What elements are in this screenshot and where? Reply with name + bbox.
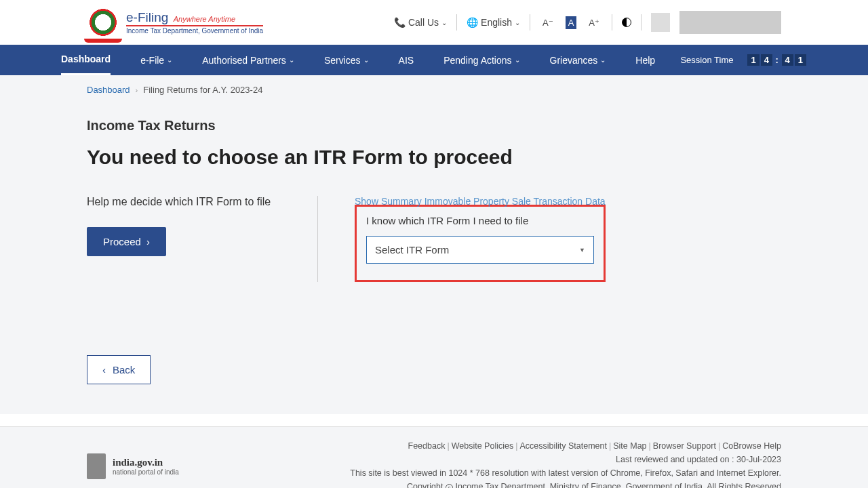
chevron-down-icon: ⌄ xyxy=(289,56,294,64)
chevron-down-icon: ⌄ xyxy=(515,56,520,64)
footer-link-website-policies[interactable]: Website Policies xyxy=(452,441,513,451)
india-emblem-icon xyxy=(87,453,106,479)
proceed-label: Proceed xyxy=(103,236,141,247)
caret-down-icon: ▼ xyxy=(579,247,585,253)
known-itr-label: I know which ITR Form I need to file xyxy=(366,215,594,226)
divider xyxy=(456,14,457,30)
user-menu[interactable] xyxy=(679,11,781,34)
brand-title: e-Filing xyxy=(126,10,168,24)
india-title: india.gov.in xyxy=(113,457,179,468)
content-area: Dashboard › Filing Returns for A.Y. 2023… xyxy=(0,75,868,414)
globe-icon: 🌐 xyxy=(467,17,478,28)
copyright-label: Copyright xyxy=(407,482,443,488)
chevron-down-icon: ⌄ xyxy=(363,56,369,64)
breadcrumb-home[interactable]: Dashboard xyxy=(87,85,130,95)
nav-help[interactable]: Help xyxy=(635,45,655,75)
brand-sub: Income Tax Department, Government of Ind… xyxy=(126,25,263,35)
nav-e-file[interactable]: e-File⌄ xyxy=(140,45,172,75)
select-placeholder: Select ITR Form xyxy=(375,244,449,256)
font-decrease-button[interactable]: A⁻ xyxy=(540,16,556,29)
footer-link-accessibility-statement[interactable]: Accessibility Statement xyxy=(519,441,607,451)
copyright-body: Income Tax Department, Ministry of Finan… xyxy=(455,482,781,488)
footer: india.gov.in national portal of india Fe… xyxy=(0,426,868,488)
main-nav: Dashboarde-File⌄Authorised Partners⌄Serv… xyxy=(0,45,868,75)
brand-tagline: Anywhere Anytime xyxy=(174,15,235,23)
divider xyxy=(530,14,530,30)
divider xyxy=(641,14,642,30)
india-sub: national portal of india xyxy=(113,468,179,476)
call-us-label: Call Us xyxy=(408,17,439,28)
nav-ais[interactable]: AIS xyxy=(399,45,414,75)
session-timer: 14 : 41 xyxy=(747,55,807,65)
user-avatar[interactable] xyxy=(651,13,670,32)
show-summary-link[interactable]: Show Summary Immovable Property Sale Tra… xyxy=(355,196,781,207)
footer-link-feedback[interactable]: Feedback xyxy=(408,441,446,451)
font-increase-button[interactable]: A⁺ xyxy=(586,16,602,29)
language-selector[interactable]: 🌐 English ⌄ xyxy=(467,17,520,28)
breadcrumb-current: Filing Returns for A.Y. 2023-24 xyxy=(143,85,262,95)
phone-icon: 📞 xyxy=(394,17,406,28)
chevron-left-icon: ‹ xyxy=(102,364,106,375)
help-me-decide-text: Help me decide which ITR Form to file xyxy=(87,196,304,208)
breadcrumb: Dashboard › Filing Returns for A.Y. 2023… xyxy=(87,85,781,95)
footer-india-link[interactable]: india.gov.in national portal of india xyxy=(87,439,179,488)
select-itr-form-dropdown[interactable]: Select ITR Form ▼ xyxy=(366,236,594,264)
contrast-toggle[interactable] xyxy=(622,18,631,27)
proceed-button[interactable]: Proceed › xyxy=(87,227,166,256)
nav-dashboard[interactable]: Dashboard xyxy=(61,45,111,75)
nav-services[interactable]: Services⌄ xyxy=(324,45,369,75)
page-title: You need to choose an ITR Form to procee… xyxy=(87,146,781,169)
footer-link-site-map[interactable]: Site Map xyxy=(613,441,646,451)
updated-date: 30-Jul-2023 xyxy=(736,455,781,464)
chevron-right-icon: › xyxy=(146,236,150,247)
copyright-icon: c xyxy=(446,484,453,488)
nav-pending-actions[interactable]: Pending Actions⌄ xyxy=(443,45,519,75)
brand-logo[interactable]: e-Filing Anywhere Anytime Income Tax Dep… xyxy=(87,6,263,39)
page-subtitle: Income Tax Returns xyxy=(87,118,781,134)
language-label: English xyxy=(481,17,512,28)
chevron-down-icon: ⌄ xyxy=(600,56,606,64)
emblem-icon xyxy=(87,6,119,39)
back-button[interactable]: ‹ Back xyxy=(87,355,151,384)
nav-authorised-partners[interactable]: Authorised Partners⌄ xyxy=(202,45,294,75)
updated-label: Last reviewed and updated on : xyxy=(616,455,734,464)
top-header: e-Filing Anywhere Anytime Income Tax Dep… xyxy=(0,0,868,45)
back-label: Back xyxy=(113,364,135,375)
chevron-right-icon: › xyxy=(136,86,138,94)
footer-links: Feedback|Website Policies|Accessibility … xyxy=(350,439,781,453)
best-viewed-text: This site is best viewed in 1024 * 768 r… xyxy=(350,466,781,480)
known-itr-card: I know which ITR Form I need to file Sel… xyxy=(355,205,606,282)
font-normal-button[interactable]: A xyxy=(566,16,577,29)
chevron-down-icon: ⌄ xyxy=(441,19,447,26)
footer-link-browser-support[interactable]: Browser Support xyxy=(653,441,716,451)
footer-link-cobrowse-help[interactable]: CoBrowse Help xyxy=(722,441,781,451)
divider xyxy=(612,14,612,30)
chevron-down-icon: ⌄ xyxy=(515,19,520,26)
call-us-button[interactable]: 📞 Call Us ⌄ xyxy=(394,17,447,28)
chevron-down-icon: ⌄ xyxy=(167,56,172,64)
nav-grievances[interactable]: Grievances⌄ xyxy=(550,45,606,75)
session-label: Session Time xyxy=(680,55,733,65)
